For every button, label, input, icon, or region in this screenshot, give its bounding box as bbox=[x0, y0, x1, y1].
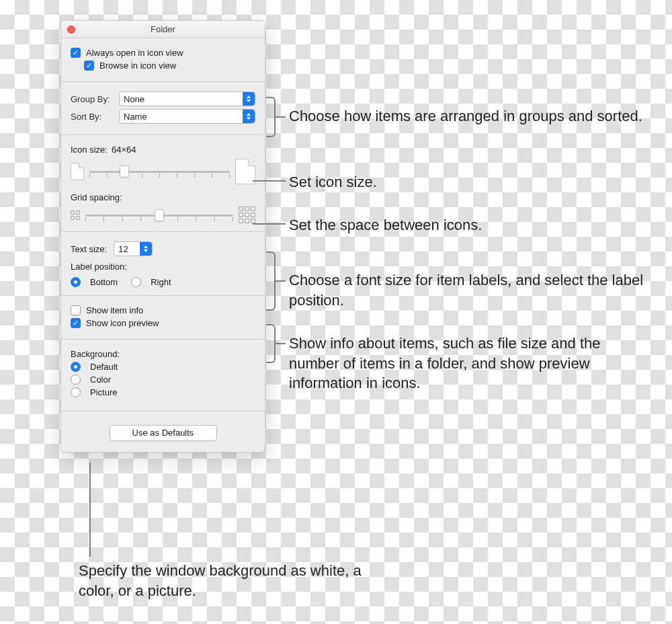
label-position-right-label: Right bbox=[151, 277, 171, 287]
show-item-info-checkbox[interactable] bbox=[71, 305, 81, 315]
label-position-bottom-radio[interactable] bbox=[71, 277, 81, 287]
callout-bracket bbox=[266, 324, 276, 363]
view-options-panel: Folder Always open in icon view Browse i… bbox=[60, 20, 265, 453]
group-by-value: None bbox=[124, 94, 144, 104]
callout-leader bbox=[253, 223, 286, 225]
callout-text: Choose how items are arranged in groups … bbox=[289, 106, 642, 126]
section-group-sort: Group By: None Sort By: Name bbox=[61, 82, 265, 135]
label-position-bottom-label: Bottom bbox=[90, 277, 118, 287]
use-as-defaults-button[interactable]: Use as Defaults bbox=[110, 425, 217, 441]
background-default-label: Default bbox=[90, 362, 118, 372]
callout-bracket bbox=[266, 251, 276, 311]
show-icon-preview-checkbox[interactable] bbox=[71, 318, 81, 328]
chevron-updown-icon bbox=[243, 92, 255, 106]
window-titlebar: Folder bbox=[61, 21, 265, 38]
always-open-label: Always open in icon view bbox=[86, 48, 183, 58]
callout-leader bbox=[276, 280, 286, 282]
text-size-value: 12 bbox=[118, 244, 128, 254]
callout-leader bbox=[276, 343, 286, 344]
grid-spacing-icon-small bbox=[71, 210, 80, 220]
show-icon-preview-label: Show icon preview bbox=[86, 318, 159, 328]
chevron-updown-icon bbox=[243, 110, 255, 123]
background-picture-label: Picture bbox=[90, 387, 117, 397]
icon-size-label: Icon size: bbox=[71, 145, 108, 155]
sort-by-value: Name bbox=[124, 112, 147, 122]
background-picture-radio[interactable] bbox=[71, 387, 81, 397]
callout-text: Set icon size. bbox=[289, 172, 377, 192]
use-as-defaults-label: Use as Defaults bbox=[132, 428, 194, 438]
icon-size-value: 64×64 bbox=[112, 145, 136, 155]
section-text-label: Text size: 12 Label position: Bottom Rig… bbox=[61, 232, 265, 296]
browse-checkbox[interactable] bbox=[84, 61, 94, 71]
section-footer: Use as Defaults bbox=[61, 412, 265, 452]
background-default-radio[interactable] bbox=[71, 362, 81, 372]
browse-label: Browse in icon view bbox=[99, 61, 176, 71]
label-position-label: Label position: bbox=[71, 262, 127, 272]
file-icon-small bbox=[71, 163, 84, 180]
callout-text: Show info about items, such as file size… bbox=[289, 334, 652, 393]
callout-leader bbox=[276, 116, 286, 118]
callout-leader bbox=[253, 180, 286, 182]
callout-leader bbox=[89, 463, 91, 557]
callout-text: Set the space between icons. bbox=[289, 215, 482, 235]
grid-spacing-slider[interactable] bbox=[85, 207, 233, 223]
show-item-info-label: Show item info bbox=[86, 305, 143, 315]
chevron-updown-icon bbox=[140, 242, 152, 256]
section-background: Background: Default Color Picture bbox=[61, 340, 265, 412]
background-label: Background: bbox=[71, 349, 120, 359]
sort-by-label: Sort By: bbox=[71, 112, 119, 122]
grid-spacing-icon-large bbox=[239, 206, 255, 223]
close-window-button[interactable] bbox=[67, 26, 75, 34]
callout-bracket bbox=[266, 97, 276, 137]
background-color-label: Color bbox=[90, 375, 111, 385]
always-open-checkbox[interactable] bbox=[71, 48, 81, 58]
icon-size-slider[interactable] bbox=[89, 163, 230, 180]
callout-text: Specify the window background as white, … bbox=[79, 561, 388, 600]
window-title: Folder bbox=[151, 24, 175, 34]
callout-text: Choose a font size for item labels, and … bbox=[289, 270, 652, 310]
label-position-right-radio[interactable] bbox=[131, 277, 141, 287]
sort-by-select[interactable]: Name bbox=[119, 109, 255, 124]
text-size-select[interactable]: 12 bbox=[114, 241, 153, 256]
section-view-mode: Always open in icon view Browse in icon … bbox=[61, 38, 265, 82]
grid-spacing-label: Grid spacing: bbox=[71, 192, 122, 202]
group-by-label: Group By: bbox=[71, 94, 119, 104]
section-show-info: Show item info Show icon preview bbox=[61, 296, 265, 340]
group-by-select[interactable]: None bbox=[119, 91, 255, 106]
background-color-radio[interactable] bbox=[71, 375, 81, 385]
section-icon-grid: Icon size: 64×64 Grid spacing: bbox=[61, 135, 265, 232]
text-size-label: Text size: bbox=[71, 244, 107, 254]
